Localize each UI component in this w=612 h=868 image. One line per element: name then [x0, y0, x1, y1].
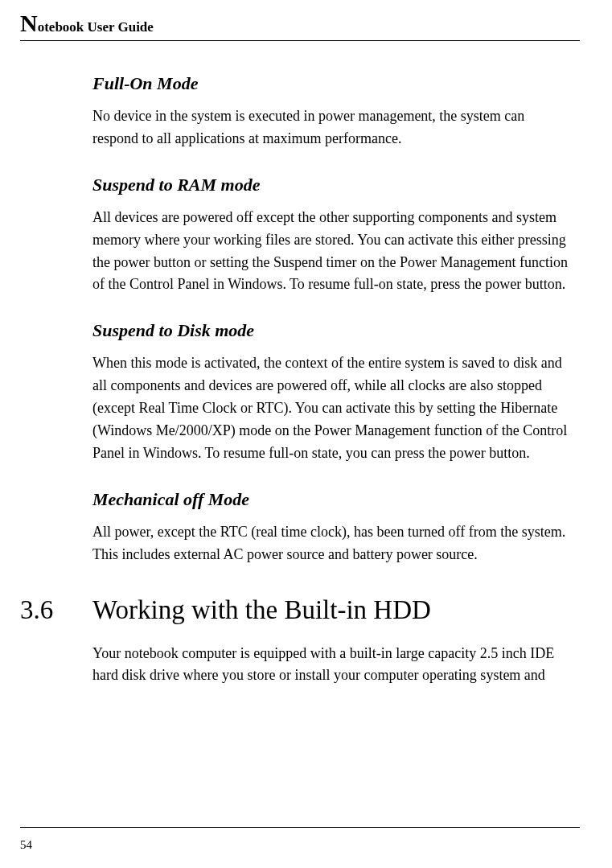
body-suspend-disk: When this mode is activated, the context… — [92, 352, 572, 464]
body-suspend-ram: All devices are powered off except the o… — [92, 207, 572, 297]
header-title-text: otebook User Guide — [38, 19, 154, 35]
footer-divider — [20, 827, 580, 828]
body-full-on-mode: No device in the system is executed in p… — [92, 105, 572, 150]
page-header: Notebook User Guide — [20, 0, 580, 41]
chapter-number: 3.6 — [20, 595, 92, 625]
heading-suspend-disk: Suspend to Disk mode — [92, 320, 572, 341]
heading-suspend-ram: Suspend to RAM mode — [92, 175, 572, 195]
page-number: 54 — [20, 838, 32, 852]
heading-mechanical-off: Mechanical off Mode — [92, 489, 572, 510]
header-dropcap: N — [20, 10, 38, 36]
page-content: Full-On Mode No device in the system is … — [20, 73, 580, 687]
body-mechanical-off: All power, except the RTC (real time clo… — [92, 521, 572, 566]
chapter-heading-row: 3.6 Working with the Built-in HDD — [92, 566, 572, 643]
header-title: Notebook User Guide — [20, 19, 154, 35]
heading-full-on-mode: Full-On Mode — [92, 73, 572, 94]
chapter-body: Your notebook computer is equipped with … — [92, 643, 572, 688]
chapter-title: Working with the Built-in HDD — [92, 595, 431, 625]
